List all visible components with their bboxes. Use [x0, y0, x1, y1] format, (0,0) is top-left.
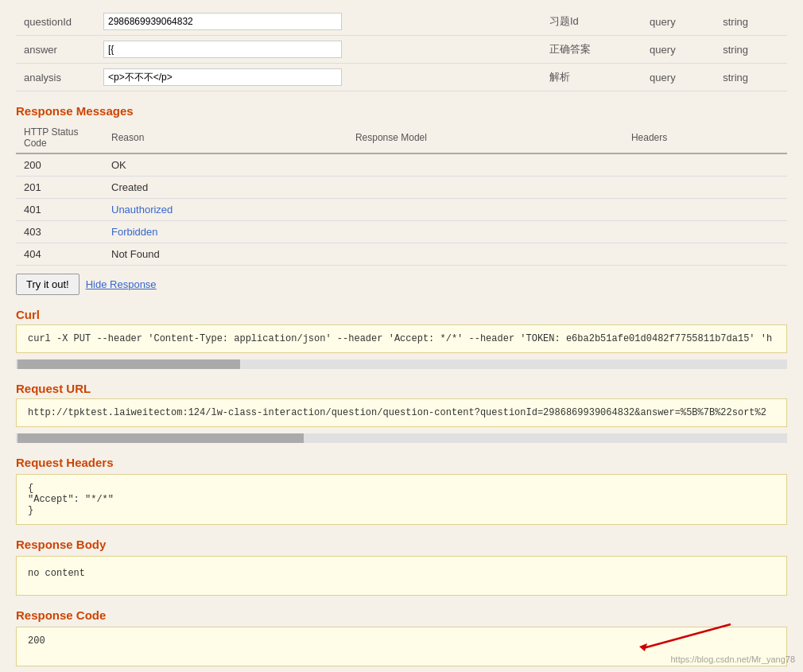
- response-headers-col: [623, 243, 787, 266]
- header-line: }: [28, 505, 775, 516]
- param-location: query: [642, 8, 715, 36]
- request-url-text: http://tpktest.laiweitectom:124/lw-class…: [28, 407, 766, 418]
- curl-scrollbar[interactable]: [16, 359, 787, 369]
- param-row: analysis 解析 query string: [16, 64, 787, 91]
- svg-line-0: [643, 624, 731, 648]
- param-type: string: [715, 64, 787, 91]
- page-container: questionId 习题Id query string answer 正确答案…: [0, 0, 803, 672]
- watermark: https://blog.csdn.net/Mr_yang78: [670, 655, 795, 664]
- status-code: 401: [16, 199, 103, 221]
- param-location: query: [642, 36, 715, 64]
- response-col-header: Response Model: [347, 122, 623, 153]
- try-it-out-button[interactable]: Try it out!: [16, 274, 80, 295]
- param-location: query: [642, 64, 715, 91]
- param-desc: 正确答案: [541, 36, 642, 64]
- arrow-annotation: [595, 616, 755, 659]
- params-table: questionId 习题Id query string answer 正确答案…: [16, 8, 787, 91]
- response-col-header: Reason: [103, 122, 347, 153]
- param-name: questionId: [16, 8, 95, 36]
- status-code: 200: [16, 153, 103, 177]
- response-row: 201 Created: [16, 177, 787, 199]
- reason: Not Found: [103, 243, 347, 266]
- request-url-code-block: http://tpktest.laiweitectom:124/lw-class…: [16, 398, 787, 427]
- response-headers-col: [623, 177, 787, 199]
- request-url-title: Request URL: [16, 382, 787, 395]
- response-headers-col: [623, 153, 787, 177]
- url-scrollbar-thumb[interactable]: [17, 433, 304, 443]
- svg-marker-1: [639, 643, 647, 651]
- url-scrollbar[interactable]: [16, 433, 787, 443]
- response-row: 200 OK: [16, 153, 787, 177]
- status-code: 404: [16, 243, 103, 266]
- response-model: [347, 153, 623, 177]
- buttons-row: Try it out! Hide Response: [16, 274, 787, 295]
- curl-scrollbar-thumb[interactable]: [17, 359, 240, 369]
- param-desc: 解析: [541, 64, 642, 91]
- param-input-cell[interactable]: [95, 36, 541, 64]
- param-input[interactable]: [103, 41, 342, 58]
- response-code-text: 200: [28, 635, 45, 647]
- param-type: string: [715, 8, 787, 36]
- param-row: questionId 习题Id query string: [16, 8, 787, 36]
- response-model: [347, 177, 623, 199]
- param-input-cell[interactable]: [95, 8, 541, 36]
- response-body-block: no content: [16, 556, 787, 596]
- response-row: 403 Forbidden: [16, 221, 787, 243]
- request-headers-block: { "Accept": "*/*"}: [16, 474, 787, 525]
- curl-code-block: curl -X PUT --header 'Content-Type: appl…: [16, 324, 787, 353]
- reason: OK: [103, 153, 347, 177]
- param-input[interactable]: [103, 68, 342, 86]
- response-model: [347, 199, 623, 221]
- param-input-cell[interactable]: [95, 64, 541, 91]
- response-headers-col: [623, 199, 787, 221]
- response-body-text: no content: [28, 568, 85, 579]
- response-body-title: Response Body: [16, 538, 787, 551]
- param-row: answer 正确答案 query string: [16, 36, 787, 64]
- status-code: 403: [16, 221, 103, 243]
- reason: Created: [103, 177, 347, 199]
- hide-response-link[interactable]: Hide Response: [86, 278, 157, 290]
- reason: Forbidden: [103, 221, 347, 243]
- header-line: {: [28, 483, 775, 494]
- response-col-header: HTTP Status Code: [16, 122, 103, 153]
- response-col-header: Headers: [623, 122, 787, 153]
- request-headers-title: Request Headers: [16, 456, 787, 469]
- param-name: analysis: [16, 64, 95, 91]
- param-type: string: [715, 36, 787, 64]
- response-model: [347, 243, 623, 266]
- param-name: answer: [16, 36, 95, 64]
- param-desc: 习题Id: [541, 8, 642, 36]
- response-table: HTTP Status CodeReasonResponse ModelHead…: [16, 122, 787, 266]
- status-code: 201: [16, 177, 103, 199]
- curl-text: curl -X PUT --header 'Content-Type: appl…: [28, 333, 772, 344]
- response-row: 401 Unauthorized: [16, 199, 787, 221]
- param-input[interactable]: [103, 13, 342, 30]
- response-messages-title: Response Messages: [16, 104, 787, 118]
- response-headers-col: [623, 221, 787, 243]
- header-line: "Accept": "*/*": [28, 494, 775, 505]
- curl-title: Curl: [16, 308, 787, 321]
- response-row: 404 Not Found: [16, 243, 787, 266]
- response-model: [347, 221, 623, 243]
- reason: Unauthorized: [103, 199, 347, 221]
